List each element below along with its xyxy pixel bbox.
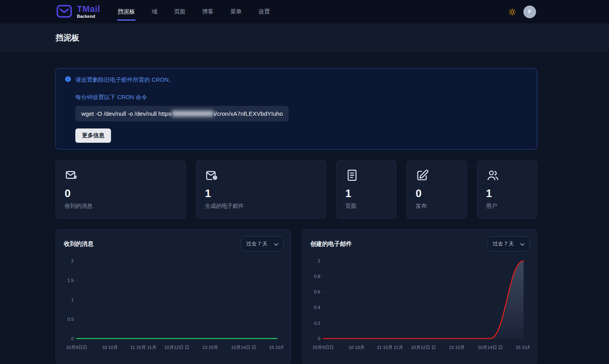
mail-received-icon [65, 169, 78, 182]
stat-card-received-messages: 0 收到的消息 [56, 160, 186, 219]
nav-item-settings[interactable]: 设置 [258, 0, 271, 23]
svg-text:11 10月 11月: 11 10月 11月 [130, 345, 157, 350]
stat-value: 0 [416, 188, 458, 199]
nav-item-dashboard[interactable]: 挡泥板 [117, 0, 136, 23]
received-messages-line-chart: 00.511.5210月9日日10 10月11 10月 11月10月12日 日1… [63, 255, 283, 355]
envelope-logo-icon [56, 2, 73, 21]
svg-text:1: 1 [71, 297, 74, 302]
created-emails-line-chart: 00.20.40.60.8110月9日日10 10月11 10月 11月10月1… [310, 255, 530, 355]
more-info-button[interactable]: 更多信息 [75, 128, 111, 143]
edit-icon [416, 169, 429, 182]
svg-text:0.5: 0.5 [67, 317, 74, 322]
charts-row: 收到的消息 过去 7 天 00.511.5210月9日日10 10月11 10月… [56, 229, 537, 364]
cron-command-prefix: wget -O /dev/null -o /dev/null https [81, 110, 171, 117]
chart-panel-created-emails: 创建的电子邮件 过去 7 天 00.20.40.60.8110月9日日10 10… [302, 229, 538, 364]
cron-instruction: 每分钟设置以下 CRON 命令 [75, 94, 528, 101]
stat-card-posts: 0 发布 [406, 160, 467, 219]
nav-links: 挡泥板 域 页面 博客 菜单 设置 [117, 0, 271, 23]
app-logo[interactable]: TMail Backend [56, 2, 100, 21]
sun-icon[interactable] [508, 8, 516, 16]
nav-item-blog[interactable]: 博客 [201, 0, 214, 23]
svg-text:13 10月: 13 10月 [202, 345, 218, 350]
nav-item-pages[interactable]: 页面 [173, 0, 186, 23]
page-header: 挡泥板 [0, 23, 609, 52]
top-navbar: TMail Backend 挡泥板 域 页面 博客 菜单 设置 F [0, 0, 609, 23]
svg-text:11 10月 11月: 11 10月 11月 [377, 345, 403, 350]
stat-value: 1 [345, 188, 387, 199]
svg-text:0.8: 0.8 [314, 274, 320, 279]
stat-label: 收到的消息 [65, 203, 177, 210]
document-icon [345, 169, 359, 182]
chevron-down-icon [274, 241, 278, 247]
stat-value: 1 [486, 188, 528, 199]
stat-label: 发布 [416, 203, 458, 210]
stat-card-generated-emails: 1 生成的电子邮件 [196, 160, 326, 219]
svg-text:10月9日日: 10月9日日 [312, 345, 334, 350]
svg-text:15 10月: 15 10月 [269, 345, 283, 350]
svg-text:0.6: 0.6 [314, 289, 320, 294]
info-icon [65, 76, 71, 84]
cron-command-code[interactable]: wget -O /dev/null -o /dev/null httpsi/cr… [75, 106, 289, 121]
svg-text:10月12日 日: 10月12日 日 [164, 345, 189, 350]
svg-text:15 10月: 15 10月 [515, 345, 530, 350]
cron-command-suffix: i/cron/xA7nfLEXVbdYIuho [214, 110, 283, 117]
chart-title: 收到的消息 [63, 240, 94, 248]
logo-title: TMail [77, 5, 100, 13]
mail-at-icon [205, 169, 218, 182]
range-select[interactable]: 过去 7 天 [488, 236, 530, 251]
svg-text:0: 0 [318, 336, 320, 341]
svg-text:1.5: 1.5 [67, 278, 74, 283]
svg-text:0.4: 0.4 [314, 305, 321, 310]
stat-cards-row: 0 收到的消息 1 生成的电子邮件 [56, 160, 537, 219]
svg-text:10 10月: 10 10月 [349, 345, 364, 350]
svg-text:2: 2 [71, 259, 74, 263]
page-title: 挡泥板 [56, 33, 79, 43]
logo-subtitle: Backend [77, 14, 100, 19]
nav-item-domains[interactable]: 域 [151, 0, 158, 23]
chart-title: 创建的电子邮件 [310, 240, 352, 248]
chart-panel-received-messages: 收到的消息 过去 7 天 00.511.5210月9日日10 10月11 10月… [56, 229, 291, 364]
chevron-down-icon [520, 241, 525, 247]
users-icon [486, 169, 500, 182]
svg-text:0.2: 0.2 [314, 321, 320, 326]
cron-alert: 请设置删除旧电子邮件所需的 CRON。 每分钟设置以下 CRON 命令 wget… [56, 68, 537, 149]
stat-value: 0 [65, 188, 177, 199]
svg-text:10月14日 日: 10月14日 日 [477, 345, 502, 350]
stat-label: 生成的电子邮件 [205, 203, 317, 210]
svg-text:10 10月: 10 10月 [102, 345, 118, 350]
stat-label: 用户 [486, 203, 528, 210]
svg-text:10月14日 日: 10月14日 日 [231, 345, 256, 350]
stat-card-users: 1 用户 [477, 160, 537, 219]
range-select[interactable]: 过去 7 天 [241, 236, 283, 251]
range-select-value: 过去 7 天 [246, 240, 267, 247]
svg-text:10月9日日: 10月9日日 [66, 345, 87, 350]
stat-label: 页面 [345, 203, 387, 210]
svg-text:0: 0 [71, 336, 74, 341]
nav-item-menu[interactable]: 菜单 [230, 0, 243, 23]
stat-card-pages: 1 页面 [336, 160, 396, 219]
redacted-url-blur [172, 111, 214, 117]
range-select-value: 过去 7 天 [493, 240, 514, 247]
stat-value: 1 [205, 188, 317, 199]
user-avatar[interactable]: F [523, 6, 536, 18]
svg-text:10月12日 日: 10月12日 日 [411, 345, 436, 350]
svg-text:13 10月: 13 10月 [448, 345, 464, 350]
svg-text:1: 1 [318, 259, 320, 263]
alert-message: 请设置删除旧电子邮件所需的 CRON。 [75, 76, 174, 84]
